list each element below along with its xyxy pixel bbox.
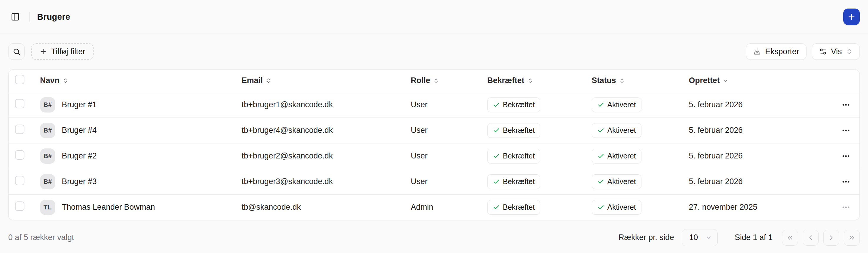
confirmed-badge: Bekræftet	[487, 149, 540, 164]
user-role: Admin	[411, 203, 433, 212]
view-options-button[interactable]: Vis	[812, 43, 860, 60]
row-actions-button[interactable]	[838, 96, 854, 113]
plus-icon	[39, 48, 47, 55]
row-checkbox[interactable]	[15, 176, 24, 185]
column-header-navn[interactable]: Navn	[40, 76, 68, 85]
chevrons-left-icon	[786, 234, 794, 242]
users-table-card: Navn Email Rol	[8, 69, 860, 220]
add-filter-button[interactable]: Tilføj filter	[31, 43, 94, 60]
select-all-checkbox[interactable]	[15, 75, 24, 84]
user-email: tb+bruger4@skancode.dk	[242, 126, 333, 135]
row-actions-button[interactable]	[838, 122, 854, 139]
rows-per-page-select[interactable]: 10	[682, 229, 718, 246]
table-row[interactable]: B# Bruger #2 tb+bruger2@skancode.dk User…	[8, 143, 860, 169]
ellipsis-icon	[841, 177, 850, 186]
column-header-bekraeftet[interactable]: Bekræftet	[487, 76, 533, 85]
table-header-row: Navn Email Rol	[8, 69, 860, 92]
column-header-oprettet[interactable]: Oprettet	[689, 76, 728, 85]
add-user-button[interactable]	[843, 8, 860, 25]
panel-left-icon	[11, 12, 20, 21]
row-checkbox[interactable]	[15, 124, 24, 134]
status-badge: Aktiveret	[592, 174, 642, 189]
add-filter-label: Tilføj filter	[51, 47, 85, 56]
ellipsis-icon	[841, 101, 850, 109]
avatar: B#	[40, 97, 55, 113]
status-badge: Aktiveret	[592, 200, 642, 215]
column-header-status[interactable]: Status	[592, 76, 625, 85]
chevron-down-icon	[723, 78, 728, 84]
topbar: Brugere	[0, 0, 868, 34]
next-page-button[interactable]	[823, 230, 839, 246]
column-header-email[interactable]: Email	[242, 76, 272, 85]
confirmed-badge: Bekræftet	[487, 174, 540, 189]
user-email: tb+bruger2@skancode.dk	[242, 151, 333, 160]
row-actions-button[interactable]	[838, 173, 854, 190]
chevrons-up-down-icon	[527, 78, 533, 84]
user-email: tb@skancode.dk	[242, 203, 301, 212]
confirmed-badge: Bekræftet	[487, 97, 540, 112]
table-row[interactable]: B# Bruger #3 tb+bruger3@skancode.dk User…	[8, 169, 860, 194]
user-role: User	[411, 100, 428, 109]
pagination	[782, 230, 860, 246]
rows-per-page-label: Rækker pr. side	[619, 233, 674, 242]
avatar: B#	[40, 123, 55, 138]
created-date: 5. februar 2026	[689, 126, 743, 135]
user-role: User	[411, 177, 428, 186]
user-role: User	[411, 151, 428, 160]
table-row[interactable]: B# Bruger #1 tb+bruger1@skancode.dk User…	[8, 92, 860, 117]
sidebar-toggle-button[interactable]	[8, 10, 22, 24]
last-page-button[interactable]	[844, 230, 860, 246]
ellipsis-icon	[841, 203, 850, 212]
created-date: 5. februar 2026	[689, 100, 743, 109]
export-label: Eksporter	[765, 47, 799, 56]
user-name: Bruger #3	[62, 177, 97, 186]
avatar: TL	[40, 200, 55, 215]
user-email: tb+bruger3@skancode.dk	[242, 177, 333, 186]
table-body: B# Bruger #1 tb+bruger1@skancode.dk User…	[8, 92, 860, 220]
user-email: tb+bruger1@skancode.dk	[242, 100, 333, 109]
check-icon	[493, 101, 500, 108]
user-role: User	[411, 126, 428, 135]
export-button[interactable]: Eksporter	[746, 43, 806, 60]
view-label: Vis	[831, 47, 842, 56]
check-icon	[597, 127, 604, 134]
check-icon	[597, 204, 604, 211]
check-icon	[493, 178, 500, 185]
previous-page-button[interactable]	[803, 230, 818, 246]
chevron-right-icon	[827, 234, 835, 242]
column-header-rolle[interactable]: Rolle	[411, 76, 439, 85]
page-title: Brugere	[37, 12, 70, 22]
row-checkbox[interactable]	[15, 150, 24, 160]
row-actions-button[interactable]	[838, 148, 854, 164]
user-name: Thomas Leander Bowman	[62, 203, 155, 212]
created-date: 27. november 2025	[689, 203, 757, 212]
row-checkbox[interactable]	[15, 201, 24, 211]
users-table: Navn Email Rol	[8, 69, 860, 220]
chevrons-up-down-icon	[266, 78, 272, 84]
status-badge: Aktiveret	[592, 149, 642, 164]
avatar: B#	[40, 174, 55, 189]
table-row[interactable]: TL Thomas Leander Bowman tb@skancode.dk …	[8, 194, 860, 220]
check-icon	[597, 178, 604, 185]
sliders-icon	[819, 48, 827, 55]
table-row[interactable]: B# Bruger #4 tb+bruger4@skancode.dk User…	[8, 117, 860, 143]
avatar: B#	[40, 148, 55, 164]
check-icon	[597, 101, 604, 108]
first-page-button[interactable]	[782, 230, 798, 246]
search-button[interactable]	[8, 43, 25, 60]
page-info: Side 1 af 1	[735, 233, 773, 242]
divider	[29, 12, 30, 22]
check-icon	[493, 204, 500, 211]
created-date: 5. februar 2026	[689, 151, 743, 160]
search-icon	[13, 48, 21, 56]
selection-count: 0 af 5 rækker valgt	[8, 233, 74, 242]
chevrons-up-down-icon	[846, 48, 852, 55]
status-badge: Aktiveret	[592, 123, 642, 138]
rows-per-page-value: 10	[689, 233, 698, 242]
check-icon	[493, 127, 500, 134]
row-checkbox[interactable]	[15, 99, 24, 108]
user-name: Bruger #2	[62, 151, 97, 161]
chevron-down-icon	[706, 234, 712, 241]
row-actions-button[interactable]	[838, 199, 854, 216]
download-icon	[753, 48, 761, 55]
